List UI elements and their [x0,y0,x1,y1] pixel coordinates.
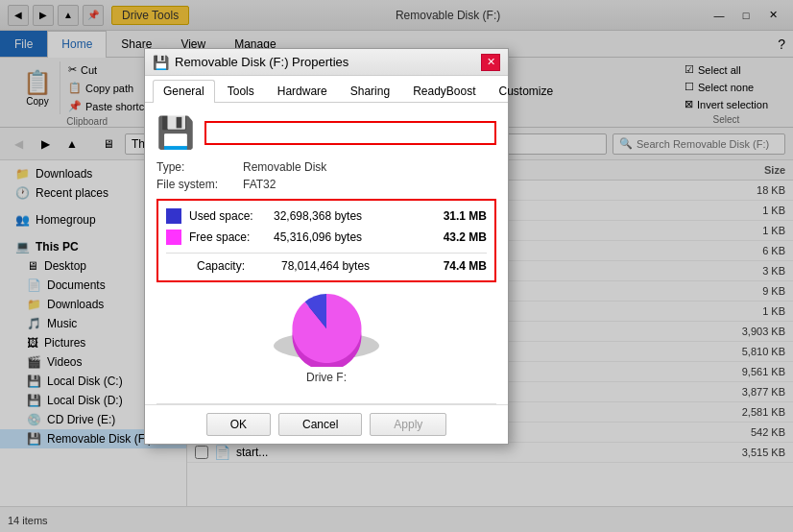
cap-mb: 74.4 MB [429,259,487,273]
dialog-icon: 💾 [153,55,169,70]
ok-button[interactable]: OK [206,413,271,436]
free-slice-top [292,294,361,363]
type-value: Removable Disk [243,160,326,174]
dialog-tab-readyboost[interactable]: ReadyBoost [402,80,486,102]
free-bytes: 45,316,096 bytes [274,230,421,244]
apply-button[interactable]: Apply [370,413,446,436]
free-color [166,230,181,245]
dialog-tab-sharing[interactable]: Sharing [340,80,400,102]
free-label: Free space: [189,230,266,244]
dialog-tab-customize[interactable]: Customize [489,80,565,102]
used-mb: 31.1 MB [429,209,487,223]
dialog-body: 💾 Type: Removable Disk File system: FAT3… [145,103,508,403]
pie-chart-container: Drive F: [156,290,496,384]
disk-icon-row: 💾 [156,114,496,151]
capacity-row: Capacity: 78,014,464 bytes 74.4 MB [166,253,487,273]
disk-name-input[interactable] [204,121,496,145]
dialog-title-bar: 💾 Removable Disk (F:) Properties ✕ [145,49,508,76]
dialog-footer: OK Cancel Apply [145,404,508,444]
drive-label: Drive F: [306,371,347,384]
used-label: Used space: [189,209,266,223]
dialog-title-text: Removable Disk (F:) Properties [175,55,481,69]
free-mb: 43.2 MB [429,230,487,244]
disk-stats-box: Used space: 32,698,368 bytes 31.1 MB Fre… [156,199,496,282]
used-color [166,208,181,224]
fs-row: File system: FAT32 [156,178,496,191]
fs-label: File system: [156,178,243,191]
cancel-button[interactable]: Cancel [278,413,362,436]
free-space-row: Free space: 45,316,096 bytes 43.2 MB [166,230,487,245]
cap-label: Capacity: [197,259,274,273]
used-bytes: 32,698,368 bytes [274,209,421,223]
type-label: Type: [156,160,243,174]
fs-value: FAT32 [243,178,276,191]
cap-bytes: 78,014,464 bytes [281,259,421,273]
type-row: Type: Removable Disk [156,160,496,174]
properties-dialog: 💾 Removable Disk (F:) Properties ✕ Gener… [144,48,509,445]
used-space-row: Used space: 32,698,368 bytes 31.1 MB [166,208,487,224]
dialog-tab-tools[interactable]: Tools [217,80,265,102]
disk-drive-icon: 💾 [156,114,195,151]
pie-chart [269,290,384,367]
dialog-tab-hardware[interactable]: Hardware [267,80,338,102]
dialog-close-button[interactable]: ✕ [481,54,500,71]
dialog-tab-general[interactable]: General [153,80,215,103]
dialog-tabs: General Tools Hardware Sharing ReadyBoos… [145,76,508,103]
